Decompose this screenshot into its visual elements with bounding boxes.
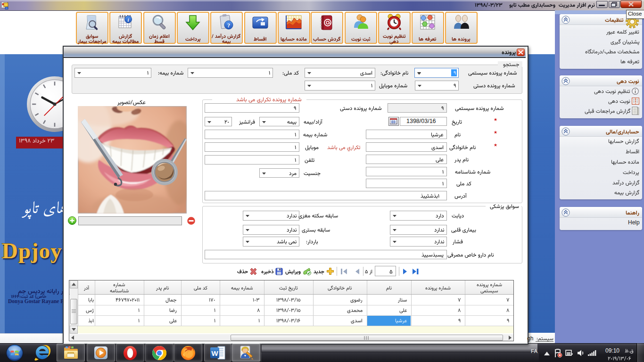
svg-text:W: W [211,349,218,357]
svg-text:?: ? [227,22,231,29]
